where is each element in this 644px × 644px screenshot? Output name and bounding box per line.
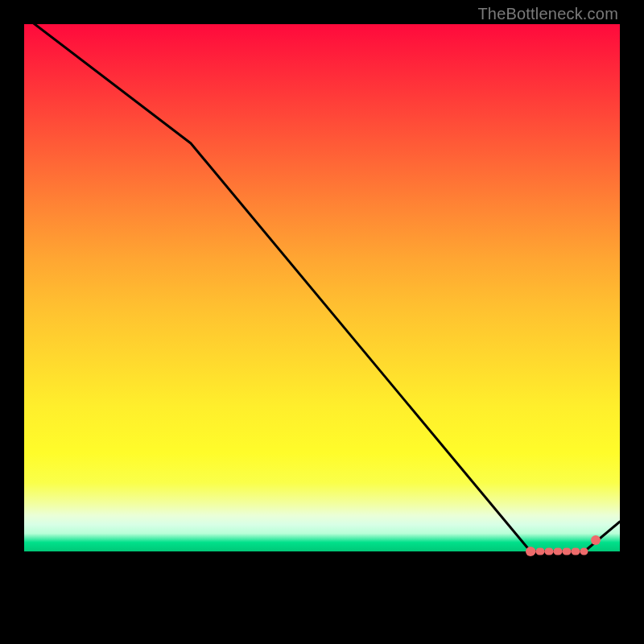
chart-stage: TheBottleneck.com	[0, 0, 644, 644]
end-marker-dot	[591, 535, 601, 545]
bottleneck-curve-path	[24, 24, 620, 551]
watermark-text: TheBottleneck.com	[477, 5, 618, 23]
curve-layer	[24, 24, 620, 620]
valley-marker-start	[526, 547, 535, 556]
plot-area	[24, 24, 620, 620]
